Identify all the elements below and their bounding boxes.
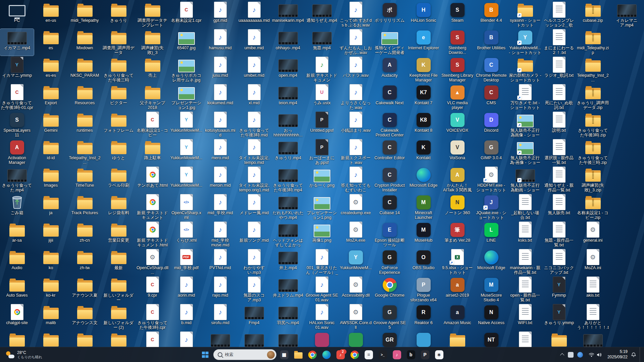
desktop-icon[interactable]: CController Editor (373, 139, 407, 166)
desktop-icon[interactable]: C名称未設定1 - コピー (136, 111, 169, 138)
desktop-icon[interactable]: YYukkuriMovieM... (169, 139, 203, 166)
tray-chevron-up-icon[interactable] (560, 353, 565, 357)
desktop-icon[interactable]: PPlogue sforzando x64 (407, 276, 440, 303)
desktop-icon[interactable]: Track Pictures (68, 194, 102, 221)
desktop-icon[interactable]: だれもFXいれたやつ.mp4 (271, 194, 305, 221)
desktop-icon[interactable]: きゅうりボカコレ用サムネ.jpg (169, 56, 203, 83)
desktop-icon[interactable]: en-us (34, 1, 68, 28)
desktop-icon[interactable]: ♪meroin.mid (203, 166, 237, 193)
desktop-icon[interactable]: きゅうり食ってた午後三時 (102, 56, 136, 83)
desktop-icon[interactable]: Aかんたん！AITalk 3 関西風 (440, 166, 474, 193)
desktop-icon[interactable]: 新規 テキストドキュメント.html (136, 221, 169, 248)
desktop-icon[interactable]: ♪uaaaaaaaaa.mid (237, 1, 271, 28)
desktop-icon[interactable]: ♪タイトル未設定, tempo.mid (237, 139, 271, 166)
desktop-icon[interactable]: ニコニコバックアップ.txt (542, 249, 576, 276)
desktop-icon[interactable]: プレゼンテーション1.jpg (169, 84, 203, 111)
desktop-icon[interactable]: 調声練習(失敗)_3.zip (576, 166, 610, 193)
desktop-icon[interactable]: 売上 (136, 56, 169, 83)
desktop-icon[interactable]: ♪答え知っててもむずいわこれ.wav (339, 166, 373, 193)
desktop-icon[interactable]: 新しいフォルダー (2) (102, 304, 136, 330)
desktop-icon[interactable]: きゅうり食ってた午後3時.zip (576, 111, 610, 138)
desktop-icon[interactable]: akis.txt (576, 276, 610, 303)
desktop-icon[interactable]: ♪HALion Sonic 01.wav (305, 304, 339, 330)
desktop-icon[interactable]: Resources (68, 84, 102, 111)
desktop-icon[interactable]: ⚙OpenCvSharp.dll... (136, 249, 169, 276)
desktop-icon[interactable]: zh-cn (68, 221, 102, 248)
desktop-icon[interactable]: RReaktor 6 (407, 304, 440, 330)
desktop-icon[interactable]: イカマニ.mp4 (0, 29, 34, 56)
desktop-icon[interactable]: 新しいフォルダー (102, 276, 136, 303)
show-desktop-strip[interactable] (640, 347, 641, 362)
desktop-icon[interactable]: _起動しない場合.txt (508, 194, 542, 221)
desktop-icon[interactable]: PDFmid_学校.pdf (169, 249, 203, 276)
desktop-icon[interactable]: ♪kiokumed.mid (203, 84, 237, 111)
desktop-icon[interactable]: ♪無題のスコア.mp3 (237, 276, 271, 303)
desktop-icon[interactable]: ♪mero.mid (203, 139, 237, 166)
desktop-icon[interactable]: 65407.jpg (169, 29, 203, 56)
desktop-icon[interactable]: manisekarin.mp4 (271, 1, 305, 28)
desktop-icon[interactable]: ♪よりうさくなった.wav (339, 84, 373, 111)
desktop-icon[interactable]: PUntitled.ppsf (305, 111, 339, 138)
desktop-icon[interactable]: 無題.mp4 (305, 29, 339, 56)
desktop-icon[interactable]: MMuseScore Studio 4 (474, 276, 508, 303)
desktop-icon[interactable]: Auto Saves (0, 276, 34, 303)
desktop-icon[interactable]: chatgpt-site (0, 304, 34, 330)
desktop-icon[interactable]: CChrome Remote Desktop (474, 56, 508, 83)
desktop-icon[interactable]: テンポあて.html (136, 166, 169, 193)
desktop-icon[interactable]: ヘルスコンプレッション2＿歌詞.txt (542, 1, 576, 28)
desktop-icon[interactable]: VVOICEVOX (440, 111, 474, 138)
desktop-icon[interactable]: ar-sa (0, 221, 34, 248)
desktop-icon[interactable]: ♪umibe.mid (237, 29, 271, 56)
desktop-icon[interactable]: C名称未設定1.cpr (169, 1, 203, 28)
desktop-icon[interactable]: Yきゅうり.ymmp (542, 304, 576, 330)
desktop-icon[interactable]: 名称未設定1 - コピー.zip (576, 194, 610, 221)
desktop-icon[interactable]: Pおーぱーまにあ.ppsf (305, 139, 339, 166)
desktop-icon[interactable]: ↗無人販売不正行為-画像 - ショートカット (508, 139, 542, 166)
desktop-icon[interactable]: J↗JQuake.exe - ショートカット (474, 194, 508, 221)
search-box[interactable]: 検索 (213, 349, 276, 360)
desktop-icon[interactable]: ⚙AWSSDK.Core.dll (339, 304, 373, 330)
desktop-icon[interactable]: ♪rajio.mid (203, 276, 237, 303)
desktop-icon[interactable]: ポポリリリリズム (373, 1, 407, 28)
desktop-icon[interactable]: ♪mid_学校 muse.mid (203, 221, 237, 248)
desktop-icon[interactable]: 選択肢 - 親作品一覧.txt (542, 139, 576, 166)
desktop-icon[interactable]: ビクター (102, 84, 136, 111)
taskbar-app-music-app[interactable]: ♪2 (334, 349, 347, 361)
weather-widget[interactable]: 28°C くもりのち晴れ (3, 347, 46, 362)
desktop-icon[interactable]: ♪jusu.mid (203, 56, 237, 83)
desktop-icon[interactable]: CCMS (474, 84, 508, 111)
desktop-icon[interactable]: ⚙MoZA.exe (339, 221, 373, 248)
desktop-icon[interactable]: 通知うぜえ - 親作品一覧.txt (542, 166, 576, 193)
desktop-icon[interactable]: ♪hamusu.mid (203, 29, 237, 56)
desktop-icon[interactable]: ♪001_東北きりたん（ノーマル）_今じゃ... (305, 249, 339, 276)
desktop-icon[interactable]: OOBS Studio (407, 249, 440, 276)
desktop-icon[interactable]: フォトフレーム (102, 111, 136, 138)
desktop-icon[interactable]: ♪新規エクスポート.wav (339, 139, 373, 166)
desktop-icon[interactable]: ohhayo-.mp4 (271, 29, 305, 56)
desktop-icon[interactable]: アナウンス夏 (68, 276, 102, 303)
desktop-icon[interactable]: C9.cpr (136, 276, 169, 303)
desktop-icon[interactable]: ♪タイトル未設定, tempo.orig1.mid (237, 166, 271, 193)
desktop-icon[interactable]: きゅうり (102, 1, 136, 28)
network-volume-cluster[interactable] (587, 351, 604, 358)
desktop-icon[interactable]: BBrother Utilities (474, 29, 508, 56)
desktop-icon[interactable]: BBlender 4.4 (474, 1, 508, 28)
desktop-icon[interactable]: teion.mp4 (271, 84, 305, 111)
desktop-icon[interactable]: Telepathy_Inst_2... (576, 56, 610, 83)
desktop-icon[interactable]: ⚙↗HDDFMT.exe - ショートカット (474, 166, 508, 193)
desktop-icon[interactable]: es (34, 29, 68, 56)
desktop-icon[interactable]: きゅうり.mp4 (271, 139, 305, 166)
desktop-icon[interactable]: jijii (34, 221, 68, 248)
desktop-icon[interactable]: ja (34, 194, 68, 221)
taskbar-app-terminal[interactable]: >_ (377, 349, 389, 361)
desktop-icon[interactable]: 井上ドラム.mp4 (271, 276, 305, 303)
desktop-icon[interactable]: ♪きゅうり食ってた午後3時.mid (237, 111, 271, 138)
taskbar-app-microsoft-edge[interactable] (320, 349, 333, 361)
desktop-icon[interactable]: Mixdown (68, 29, 102, 56)
desktop-icon[interactable]: CCakewalk Product Center (373, 111, 407, 138)
desktop-icon[interactable]: ♪小銭詰まり.wav (339, 111, 373, 138)
desktop-icon[interactable]: ありがとう！！！！！！.txt (576, 304, 610, 330)
desktop-icon[interactable]: PC (0, 1, 34, 28)
desktop-icon[interactable]: 最新 (102, 249, 136, 276)
desktop-icon[interactable]: ♪パスドラ.wav (339, 56, 373, 83)
